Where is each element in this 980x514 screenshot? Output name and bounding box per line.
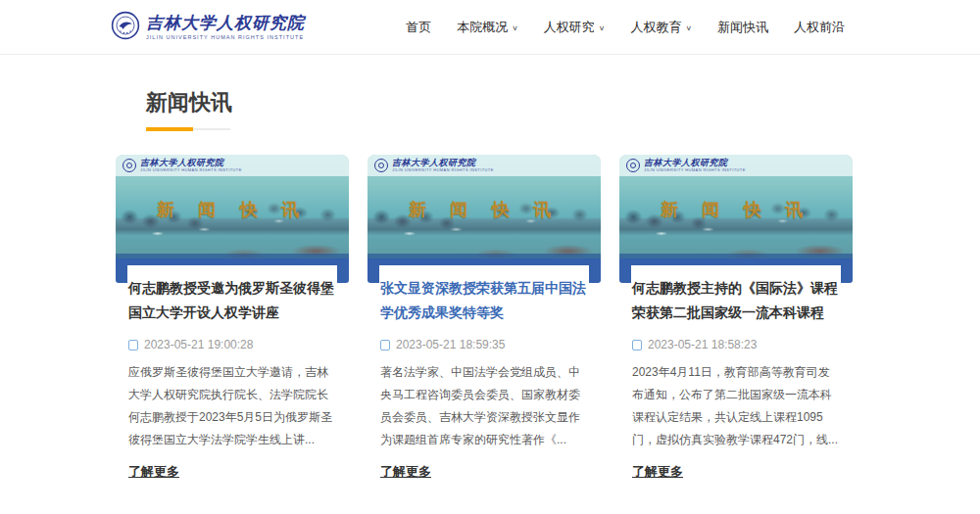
nav-item-frontier[interactable]: 人权前沿: [794, 19, 845, 36]
news-title[interactable]: 何志鹏教授主持的《国际法》课程荣获第二批国家级一流本科课程: [632, 276, 840, 325]
nav-item-home[interactable]: 首页: [406, 19, 431, 36]
nav-item-research[interactable]: 人权研究 ∨: [544, 19, 606, 36]
chevron-down-icon: ∨: [599, 24, 606, 32]
news-title[interactable]: 张文显资深教授荣获第五届中国法学优秀成果奖特等奖: [380, 276, 588, 325]
card-body: 张文显资深教授荣获第五届中国法学优秀成果奖特等奖 2023-05-21 18:5…: [379, 265, 589, 481]
nav-label: 新闻快讯: [717, 19, 768, 36]
news-excerpt: 著名法学家、中国法学会党组成员、中央马工程咨询委员会委员、国家教材委员会委员、吉…: [380, 361, 588, 451]
calendar-icon: [632, 340, 642, 350]
news-date: 2023-05-21 18:58:23: [648, 338, 757, 351]
page-header: 新闻快讯: [146, 90, 853, 131]
nav-item-education[interactable]: 人权教育 ∨: [630, 19, 692, 36]
image-brand-en: JILIN UNIVERSITY HUMAN RIGHTS INSTITUTE: [644, 168, 746, 172]
card-body: 何志鹏教授主持的《国际法》课程荣获第二批国家级一流本科课程 2023-05-21…: [631, 265, 841, 481]
image-brand-en: JILIN UNIVERSITY HUMAN RIGHTS INSTITUTE: [140, 168, 242, 172]
nav-label: 人权教育: [630, 19, 681, 36]
main-nav: 首页 本院概况 ∨ 人权研究 ∨ 人权教育 ∨ 新闻快讯 人权前沿: [406, 19, 845, 36]
nav-label: 人权前沿: [794, 19, 845, 36]
image-brand-zh: 吉林大学人权研究院: [644, 159, 746, 167]
read-more-link[interactable]: 了解更多: [632, 463, 683, 481]
image-brand-zh: 吉林大学人权研究院: [392, 159, 494, 167]
news-excerpt: 应俄罗斯圣彼得堡国立大学邀请，吉林大学人权研究院执行院长、法学院院长何志鹏教授于…: [128, 361, 336, 451]
news-card-image[interactable]: 吉林大学人权研究院 JILIN UNIVERSITY HUMAN RIGHTS …: [116, 155, 349, 258]
nav-label: 首页: [406, 19, 431, 36]
logo-title-en: JILIN UNIVERSITY HUMAN RIGHTS INSTITUTE: [146, 34, 304, 40]
news-card: 吉林大学人权研究院 JILIN UNIVERSITY HUMAN RIGHTS …: [619, 155, 853, 481]
image-brand-band: 吉林大学人权研究院 JILIN UNIVERSITY HUMAN RIGHTS …: [116, 155, 349, 176]
nav-item-about[interactable]: 本院概况 ∨: [457, 19, 518, 36]
site-logo[interactable]: 吉林大学人权研究院 JILIN UNIVERSITY HUMAN RIGHTS …: [111, 11, 318, 44]
news-card: 吉林大学人权研究院 JILIN UNIVERSITY HUMAN RIGHTS …: [116, 155, 349, 481]
institute-emblem-icon: [626, 159, 640, 172]
read-more-link[interactable]: 了解更多: [380, 463, 431, 481]
news-date: 2023-05-21 18:59:35: [396, 338, 505, 351]
news-card-image[interactable]: 吉林大学人权研究院 JILIN UNIVERSITY HUMAN RIGHTS …: [619, 155, 853, 258]
image-brand-band: 吉林大学人权研究院 JILIN UNIVERSITY HUMAN RIGHTS …: [619, 155, 853, 176]
image-brand-band: 吉林大学人权研究院 JILIN UNIVERSITY HUMAN RIGHTS …: [368, 155, 601, 176]
institute-emblem-icon: [111, 11, 140, 44]
chevron-down-icon: ∨: [512, 24, 518, 32]
title-accent-rule: [146, 127, 230, 131]
date-row: 2023-05-21 19:00:28: [128, 338, 336, 351]
institute-emblem-icon: [122, 159, 136, 172]
nav-label: 人权研究: [544, 19, 595, 36]
news-card-list: 吉林大学人权研究院 JILIN UNIVERSITY HUMAN RIGHTS …: [116, 155, 853, 481]
logo-title-zh: 吉林大学人权研究院: [146, 15, 318, 31]
calendar-icon: [380, 340, 390, 350]
read-more-link[interactable]: 了解更多: [128, 463, 179, 481]
date-row: 2023-05-21 18:58:23: [632, 338, 840, 351]
news-card: 吉林大学人权研究院 JILIN UNIVERSITY HUMAN RIGHTS …: [368, 155, 601, 481]
calendar-icon: [128, 340, 138, 350]
news-title[interactable]: 何志鹏教授受邀为俄罗斯圣彼得堡国立大学开设人权学讲座: [128, 276, 336, 325]
date-row: 2023-05-21 18:59:35: [380, 338, 588, 351]
news-date: 2023-05-21 19:00:28: [144, 338, 253, 351]
main-content: 新闻快讯 吉林大学人权研究院 JILIN UNIVERSITY HUMAN RI…: [116, 55, 853, 481]
chevron-down-icon: ∨: [685, 24, 692, 32]
image-overlay-text: 新 闻 快 讯: [368, 198, 601, 221]
card-body: 何志鹏教授受邀为俄罗斯圣彼得堡国立大学开设人权学讲座 2023-05-21 19…: [127, 265, 337, 481]
image-brand-zh: 吉林大学人权研究院: [140, 159, 242, 167]
news-card-image[interactable]: 吉林大学人权研究院 JILIN UNIVERSITY HUMAN RIGHTS …: [368, 155, 601, 258]
nav-label: 本院概况: [457, 19, 508, 36]
site-header: 吉林大学人权研究院 JILIN UNIVERSITY HUMAN RIGHTS …: [0, 0, 980, 55]
news-excerpt: 2023年4月11日，教育部高等教育司发布通知，公布了第二批国家级一流本科课程认…: [632, 361, 840, 451]
page-title: 新闻快讯: [146, 90, 853, 116]
nav-item-news[interactable]: 新闻快讯: [717, 19, 768, 36]
institute-emblem-icon: [374, 159, 388, 172]
image-overlay-text: 新 闻 快 讯: [619, 198, 853, 221]
image-overlay-text: 新 闻 快 讯: [116, 198, 349, 221]
image-brand-en: JILIN UNIVERSITY HUMAN RIGHTS INSTITUTE: [392, 168, 494, 172]
